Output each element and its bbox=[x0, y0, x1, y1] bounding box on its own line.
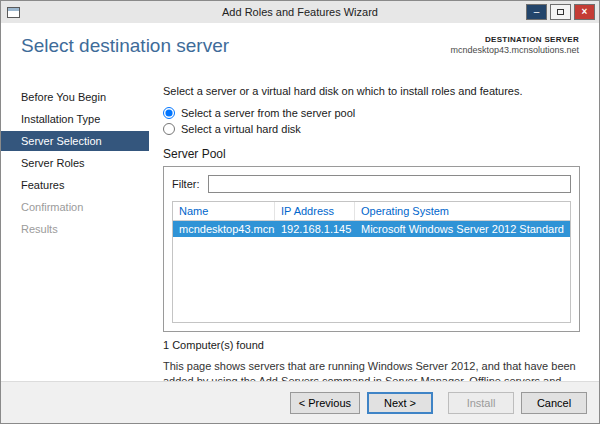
virtual-hard-disk-radio[interactable] bbox=[163, 123, 175, 135]
next-button[interactable]: Next > bbox=[367, 392, 433, 414]
server-table-header: Name IP Address Operating System bbox=[173, 202, 570, 221]
destination-server-label: DESTINATION SERVER bbox=[450, 35, 579, 44]
sidebar-item-before-you-begin[interactable]: Before You Begin bbox=[1, 87, 149, 107]
sidebar-item-server-roles[interactable]: Server Roles bbox=[1, 153, 149, 173]
close-icon: × bbox=[582, 5, 588, 19]
destination-server-name: mcndesktop43.mcnsolutions.net bbox=[450, 45, 579, 55]
titlebar: Add Roles and Features Wizard – × bbox=[1, 1, 599, 23]
cell-server-name: mcndesktop43.mcnsolut... bbox=[173, 221, 275, 237]
wizard-body: Before You Begin Installation Type Serve… bbox=[1, 75, 599, 381]
sidebar-item-installation-type[interactable]: Installation Type bbox=[1, 109, 149, 129]
wizard-window: Add Roles and Features Wizard – × Select… bbox=[0, 0, 600, 424]
wizard-icon bbox=[7, 7, 20, 18]
page-title: Select destination server bbox=[21, 35, 229, 57]
window-controls: – × bbox=[526, 4, 595, 20]
maximize-button[interactable] bbox=[550, 4, 571, 20]
destination-server-block: DESTINATION SERVER mcndesktop43.mcnsolut… bbox=[450, 35, 579, 55]
column-header-name[interactable]: Name bbox=[173, 202, 275, 220]
sidebar-item-results: Results bbox=[1, 219, 149, 239]
cell-operating-system: Microsoft Windows Server 2012 Standard bbox=[355, 221, 570, 237]
intro-text: Select a server or a virtual hard disk o… bbox=[163, 85, 580, 97]
filter-input[interactable] bbox=[208, 175, 571, 193]
filter-row: Filter: bbox=[172, 175, 571, 193]
sidebar-item-server-selection[interactable]: Server Selection bbox=[1, 131, 149, 151]
close-button[interactable]: × bbox=[574, 4, 595, 20]
page-description: This page shows servers that are running… bbox=[163, 359, 580, 381]
virtual-hard-disk-radio-label: Select a virtual hard disk bbox=[181, 123, 301, 135]
wizard-header: Select destination server DESTINATION SE… bbox=[1, 23, 599, 75]
table-row[interactable]: mcndesktop43.mcnsolut... 192.168.1.145 M… bbox=[173, 221, 570, 237]
sidebar-item-features[interactable]: Features bbox=[1, 175, 149, 195]
sidebar-item-confirmation: Confirmation bbox=[1, 197, 149, 217]
maximize-icon bbox=[557, 9, 564, 15]
server-pool-radio[interactable] bbox=[163, 107, 175, 119]
filter-label: Filter: bbox=[172, 178, 200, 190]
previous-button[interactable]: < Previous bbox=[290, 392, 360, 414]
computers-found-text: 1 Computer(s) found bbox=[163, 339, 580, 351]
cell-ip-address: 192.168.1.145 bbox=[275, 221, 355, 237]
radio-row-server-pool: Select a server from the server pool bbox=[163, 107, 580, 119]
column-header-ip-address[interactable]: IP Address bbox=[275, 202, 355, 220]
wizard-steps-sidebar: Before You Begin Installation Type Serve… bbox=[1, 75, 149, 381]
server-pool-radio-label: Select a server from the server pool bbox=[181, 107, 355, 119]
radio-row-vhd: Select a virtual hard disk bbox=[163, 123, 580, 135]
table-empty-area bbox=[173, 237, 570, 322]
wizard-footer: < Previous Next > Install Cancel bbox=[1, 381, 599, 423]
cancel-button[interactable]: Cancel bbox=[521, 392, 587, 414]
server-pool-heading: Server Pool bbox=[163, 147, 580, 161]
wizard-content: Select a server or a virtual hard disk o… bbox=[149, 75, 599, 381]
column-header-operating-system[interactable]: Operating System bbox=[355, 202, 570, 220]
window-title: Add Roles and Features Wizard bbox=[1, 6, 599, 18]
minimize-icon: – bbox=[534, 5, 540, 19]
install-button: Install bbox=[448, 392, 514, 414]
minimize-button[interactable]: – bbox=[526, 4, 547, 20]
server-table: Name IP Address Operating System mcndesk… bbox=[172, 201, 571, 323]
server-pool-box: Filter: Name IP Address Operating System… bbox=[163, 166, 580, 332]
